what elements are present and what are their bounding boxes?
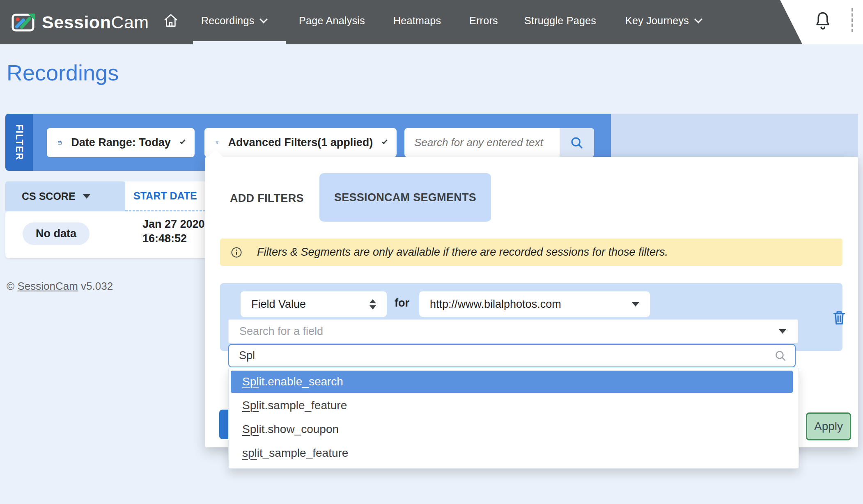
tab-label: SESSIONCAM SEGMENTS (334, 191, 476, 204)
tab-label: ADD FILTERS (230, 192, 304, 205)
option-split-sample-feature[interactable]: Split.sample_feature (231, 394, 793, 417)
calendar-icon (57, 135, 62, 150)
sessioncam-logo[interactable]: SessionCam (11, 0, 149, 44)
trash-icon (831, 308, 847, 328)
notifications-button[interactable] (813, 10, 833, 33)
field-select[interactable]: Search for a field (228, 319, 798, 343)
info-icon (230, 246, 243, 259)
tab-sessioncam-segments[interactable]: SESSIONCAM SEGMENTS (319, 173, 491, 222)
chevron-down-icon (180, 139, 186, 144)
dropdown-arrow-icon (779, 329, 786, 334)
nav-item-label: Struggle Pages (524, 15, 596, 27)
nav-item-label: Page Analysis (299, 15, 365, 27)
option-split-enable-search[interactable]: Split.enable_search (231, 371, 793, 393)
option-split-sample-feature-lower[interactable]: split_sample_feature (231, 442, 793, 464)
cs-score-header-label: CS SCORE (22, 190, 76, 202)
version-label: v5.032 (78, 280, 113, 292)
site-select[interactable]: http://www.bilalphotos.com (419, 291, 650, 317)
apply-button[interactable]: Apply (806, 412, 851, 440)
apply-button-label: Apply (814, 420, 843, 433)
nav-item-errors[interactable]: Errors (469, 0, 498, 41)
copyright-symbol: © (7, 280, 14, 292)
date-range-button[interactable]: Date Range: Today (47, 128, 195, 157)
site-value: http://www.bilalphotos.com (430, 298, 561, 311)
session-search (404, 128, 594, 157)
logo-text: SessionCam (42, 12, 149, 32)
advanced-filters-button[interactable]: Advanced Filters(1 applied) (204, 128, 397, 157)
home-icon (163, 12, 179, 29)
dropdown-arrow-icon (632, 302, 639, 307)
field-type-value: Field Value (251, 298, 306, 311)
chevron-down-icon (382, 139, 387, 144)
field-type-select[interactable]: Field Value (241, 291, 387, 317)
filter-tab-label: FILTER (14, 124, 25, 160)
footer-sessioncam-link[interactable]: SessionCam (17, 280, 78, 292)
nav-item-struggle-pages[interactable]: Struggle Pages (524, 0, 596, 41)
filter-side-tab[interactable]: FILTER (5, 114, 33, 171)
nav-item-label: Recordings (201, 15, 254, 27)
filter-funnel-icon (215, 136, 219, 150)
session-search-input[interactable] (404, 128, 560, 157)
start-date-value: Jan 27 2020, 16:48:52 (142, 217, 208, 246)
option-split-show-coupon[interactable]: Split.show_coupon (231, 418, 793, 440)
tab-add-filters[interactable]: ADD FILTERS (230, 184, 304, 213)
for-label: for (395, 297, 409, 309)
search-icon (569, 135, 585, 151)
navbar-corner (780, 0, 863, 44)
search-icon (773, 349, 787, 363)
nav-item-heatmaps[interactable]: Heatmaps (393, 0, 441, 41)
nav-item-page-analysis[interactable]: Page Analysis (299, 0, 365, 41)
advanced-filters-label: Advanced Filters(1 applied) (228, 136, 373, 149)
select-spinner-icon (370, 299, 376, 309)
sort-descending-icon (83, 194, 90, 199)
vertical-dots-menu-icon[interactable] (852, 8, 853, 32)
nav-home[interactable] (163, 0, 179, 41)
page-title: Recordings (7, 60, 119, 85)
nav-item-label: Errors (469, 15, 498, 27)
field-search-box (228, 344, 796, 367)
field-select-placeholder: Search for a field (239, 325, 323, 338)
chevron-down-icon (260, 15, 268, 23)
info-banner-text: Filters & Segments are only available if… (257, 246, 668, 259)
footer: © SessionCam v5.032 (7, 280, 113, 293)
active-tab-indicator (193, 41, 286, 44)
nav-item-key-journeys[interactable]: Key Journeys (625, 0, 701, 41)
nav-item-label: Key Journeys (625, 15, 689, 27)
search-button[interactable] (560, 128, 594, 157)
nav-item-recordings[interactable]: Recordings (201, 0, 266, 41)
sessioncam-logo-icon (11, 12, 36, 32)
date-range-label: Date Range: Today (71, 136, 171, 149)
top-navbar: SessionCam Recordings Page Analysis Heat… (0, 0, 863, 44)
cs-score-badge: No data (23, 222, 90, 245)
start-date-header-label: START DATE (133, 190, 197, 202)
info-banner: Filters & Segments are only available if… (220, 238, 842, 266)
notification-bell-icon (813, 10, 833, 32)
nav-item-label: Heatmaps (393, 15, 441, 27)
field-search-input[interactable] (229, 349, 773, 362)
delete-filter-button[interactable] (831, 308, 847, 328)
chevron-down-icon (694, 15, 702, 23)
column-header-cs-score[interactable]: CS SCORE (5, 181, 125, 211)
field-options-dropdown: Split.enable_search Split.sample_feature… (228, 368, 799, 469)
